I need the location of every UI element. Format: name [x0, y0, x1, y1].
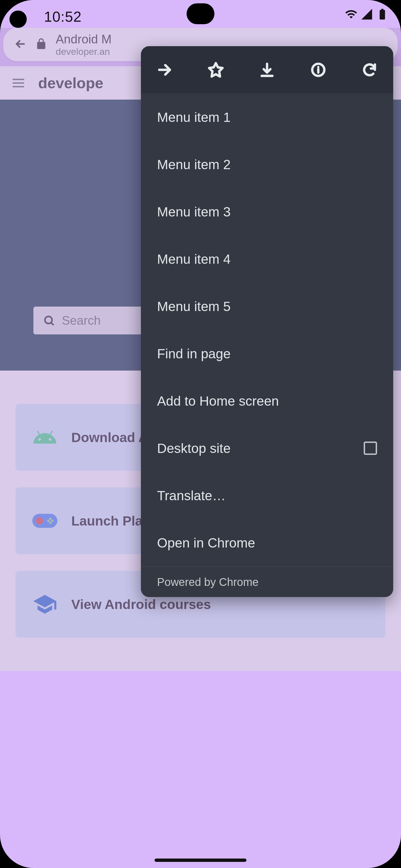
- arrow-forward-icon: [156, 62, 173, 78]
- menu-item-label: Menu item 3: [157, 204, 231, 219]
- menu-icon-row: [141, 46, 393, 93]
- reload-icon: [362, 62, 378, 78]
- star-icon: [208, 62, 224, 78]
- download-button[interactable]: [256, 58, 279, 81]
- menu-open-chrome[interactable]: Open in Chrome: [141, 519, 393, 566]
- menu-item-2[interactable]: Menu item 2: [141, 141, 393, 188]
- menu-item-label: Translate…: [157, 488, 226, 503]
- menu-footer: Powered by Chrome: [141, 566, 393, 597]
- overflow-menu: Menu item 1 Menu item 2 Menu item 3 Menu…: [141, 46, 393, 597]
- info-icon: [310, 62, 326, 78]
- menu-item-label: Menu item 4: [157, 251, 231, 267]
- menu-translate[interactable]: Translate…: [141, 472, 393, 519]
- reload-button[interactable]: [358, 58, 381, 81]
- page-info-button[interactable]: [307, 58, 330, 81]
- bookmark-button[interactable]: [204, 58, 227, 81]
- menu-item-label: Add to Home screen: [157, 393, 279, 409]
- menu-desktop-site[interactable]: Desktop site: [141, 425, 393, 472]
- menu-item-label: Find in page: [157, 346, 231, 362]
- menu-item-3[interactable]: Menu item 3: [141, 188, 393, 235]
- menu-item-label: Open in Chrome: [157, 535, 255, 551]
- download-icon: [259, 62, 275, 78]
- profile-avatar: [9, 10, 27, 28]
- wifi-icon: [345, 8, 357, 21]
- cellular-icon: [360, 8, 373, 21]
- gesture-bar: [154, 859, 247, 862]
- menu-item-label: Menu item 1: [157, 110, 231, 125]
- device-frame: 10:52 Android M developer.an develope: [0, 0, 401, 868]
- menu-item-label: Menu item 5: [157, 299, 231, 314]
- desktop-checkbox[interactable]: [364, 441, 377, 455]
- menu-item-4[interactable]: Menu item 4: [141, 235, 393, 283]
- forward-button[interactable]: [153, 58, 176, 81]
- menu-item-label: Menu item 2: [157, 157, 231, 172]
- menu-find-in-page[interactable]: Find in page: [141, 330, 393, 377]
- menu-footer-text: Powered by Chrome: [157, 576, 259, 588]
- menu-item-5[interactable]: Menu item 5: [141, 283, 393, 330]
- menu-item-label: Desktop site: [157, 441, 231, 456]
- camera-cutout: [187, 3, 214, 24]
- menu-add-home[interactable]: Add to Home screen: [141, 377, 393, 425]
- menu-item-1[interactable]: Menu item 1: [141, 93, 393, 141]
- status-bar: 10:52: [0, 0, 401, 28]
- status-clock: 10:52: [44, 8, 82, 25]
- status-icons: [345, 8, 389, 21]
- battery-icon: [376, 8, 389, 21]
